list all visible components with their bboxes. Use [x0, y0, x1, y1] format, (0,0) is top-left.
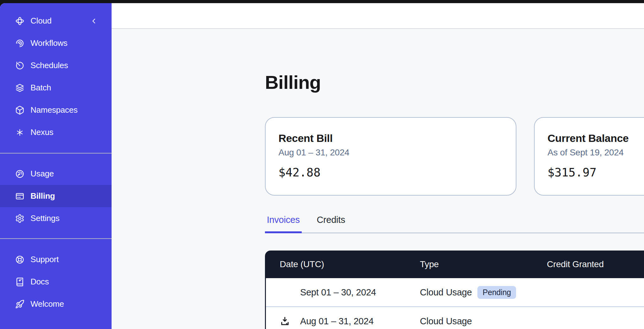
sidebar-item-nexus[interactable]: Nexus — [0, 121, 112, 143]
tab-invoices[interactable]: Invoices — [265, 215, 302, 233]
sidebar-item-usage[interactable]: Usage — [0, 163, 112, 185]
sidebar-item-namespaces[interactable]: Namespaces — [0, 99, 112, 121]
current-balance-card: Current Balance As of Sept 19, 2024 $315… — [534, 117, 644, 196]
welcome-icon — [15, 299, 25, 309]
table-row: Sept 01 – 30, 2024 Cloud Usage Pending — [266, 278, 644, 307]
invoice-type-cell: Cloud Usage Pending — [420, 286, 547, 299]
invoice-date: Sept 01 – 30, 2024 — [300, 287, 376, 298]
sidebar-item-welcome[interactable]: Welcome — [0, 293, 112, 315]
sidebar-item-label: Billing — [30, 191, 55, 201]
settings-icon — [15, 214, 25, 223]
sidebar-item-label: Docs — [30, 277, 49, 287]
sidebar-item-label: Usage — [30, 169, 54, 179]
support-icon — [15, 255, 25, 264]
sidebar-item-schedules[interactable]: Schedules — [0, 54, 112, 77]
invoice-type: Cloud Usage — [420, 287, 472, 298]
usage-icon — [15, 169, 25, 179]
table-row: Aug 01 – 31, 2024 Cloud Usage — [266, 307, 644, 329]
card-amount: $42.88 — [278, 166, 503, 179]
billing-icon — [15, 191, 25, 201]
card-amount: $315.97 — [548, 166, 644, 179]
sidebar-item-cloud[interactable]: Cloud — [0, 10, 112, 32]
download-invoice-icon[interactable] — [280, 316, 290, 326]
sidebar-item-label: Batch — [30, 83, 51, 93]
invoices-table: Date (UTC) Type Credit Granted Sept 01 –… — [265, 251, 644, 329]
invoice-date: Aug 01 – 31, 2024 — [300, 316, 374, 326]
column-header-type: Type — [420, 259, 547, 269]
invoice-type-cell: Cloud Usage — [420, 316, 547, 326]
sidebar-item-label: Settings — [30, 213, 59, 223]
billing-content: Billing Recent Bill Aug 01 – 31, 2024 $4… — [112, 29, 644, 329]
card-title: Current Balance — [548, 132, 644, 144]
status-badge: Pending — [477, 286, 516, 299]
page-title: Billing — [265, 72, 644, 93]
sidebar-item-label: Support — [30, 255, 59, 264]
sidebar-item-label: Cloud — [30, 16, 52, 26]
invoice-date-cell: Aug 01 – 31, 2024 — [266, 316, 420, 326]
sidebar-item-label: Nexus — [30, 127, 53, 137]
sidebar-collapse-button[interactable] — [90, 17, 98, 25]
sidebar-item-workflows[interactable]: Workflows — [0, 32, 112, 54]
column-header-credit-granted: Credit Granted — [547, 259, 644, 269]
invoice-date-cell: Sept 01 – 30, 2024 — [266, 287, 420, 298]
namespaces-icon — [15, 105, 25, 115]
sidebar: Cloud Workflows — [0, 3, 112, 329]
table-header-row: Date (UTC) Type Credit Granted — [265, 251, 644, 278]
docs-icon — [15, 277, 25, 287]
recent-bill-card: Recent Bill Aug 01 – 31, 2024 $42.88 — [265, 117, 516, 196]
tab-credits[interactable]: Credits — [315, 215, 347, 233]
download-slot — [280, 316, 300, 326]
nexus-icon — [15, 128, 25, 137]
billing-tabs: Invoices Credits — [265, 215, 644, 233]
sidebar-item-label: Schedules — [30, 61, 68, 70]
card-title: Recent Bill — [278, 132, 503, 144]
summary-cards-row: Recent Bill Aug 01 – 31, 2024 $42.88 Cur… — [265, 117, 644, 196]
batch-icon — [15, 83, 25, 93]
sidebar-item-support[interactable]: Support — [0, 248, 112, 271]
sidebar-item-billing[interactable]: Billing — [0, 185, 112, 207]
table-body: Sept 01 – 30, 2024 Cloud Usage Pending — [265, 278, 644, 329]
app-window: Cloud Workflows — [0, 3, 644, 329]
workflows-icon — [15, 39, 25, 48]
sidebar-divider — [0, 153, 112, 154]
sidebar-item-label: Namespaces — [30, 105, 78, 115]
sidebar-item-docs[interactable]: Docs — [0, 271, 112, 293]
column-header-date: Date (UTC) — [265, 259, 420, 269]
card-subtitle: As of Sept 19, 2024 — [548, 148, 644, 158]
sidebar-item-settings[interactable]: Settings — [0, 207, 112, 229]
sidebar-item-label: Workflows — [30, 38, 68, 48]
main-area: Billing Recent Bill Aug 01 – 31, 2024 $4… — [112, 3, 644, 329]
top-header-bar — [112, 3, 644, 29]
cloud-logo-icon — [15, 16, 25, 26]
sidebar-item-label: Welcome — [30, 299, 64, 309]
schedules-icon — [15, 61, 25, 70]
invoice-type: Cloud Usage — [420, 316, 472, 326]
sidebar-item-batch[interactable]: Batch — [0, 77, 112, 99]
chevron-left-icon — [91, 18, 97, 24]
sidebar-divider — [0, 238, 112, 239]
card-subtitle: Aug 01 – 31, 2024 — [278, 148, 503, 158]
